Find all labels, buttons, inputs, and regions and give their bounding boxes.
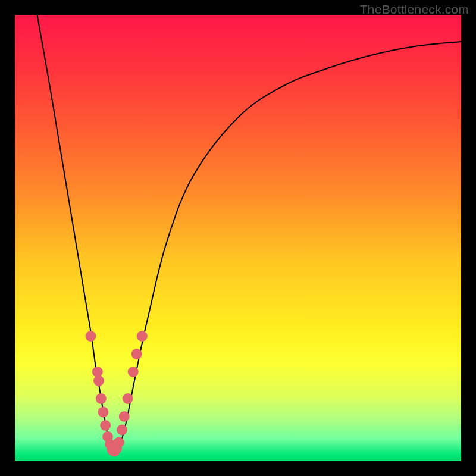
curve-marker [117,425,127,436]
curve-marker [119,411,130,422]
curve-layer [15,15,461,461]
curve-marker [123,393,133,404]
chart-frame: TheBottleneck.com [0,0,476,476]
curve-marker [86,331,96,342]
curve-marker [131,349,142,359]
curve-markers [86,331,148,457]
curve-marker [114,437,124,448]
curve-marker [98,407,109,418]
plot-area [15,15,461,461]
curve-marker [128,367,139,377]
curve-marker [93,375,104,386]
curve-marker [96,393,107,404]
bottleneck-curve [37,15,462,454]
curve-marker [137,331,148,342]
curve-marker [100,420,111,431]
watermark-text: TheBottleneck.com [360,2,469,17]
